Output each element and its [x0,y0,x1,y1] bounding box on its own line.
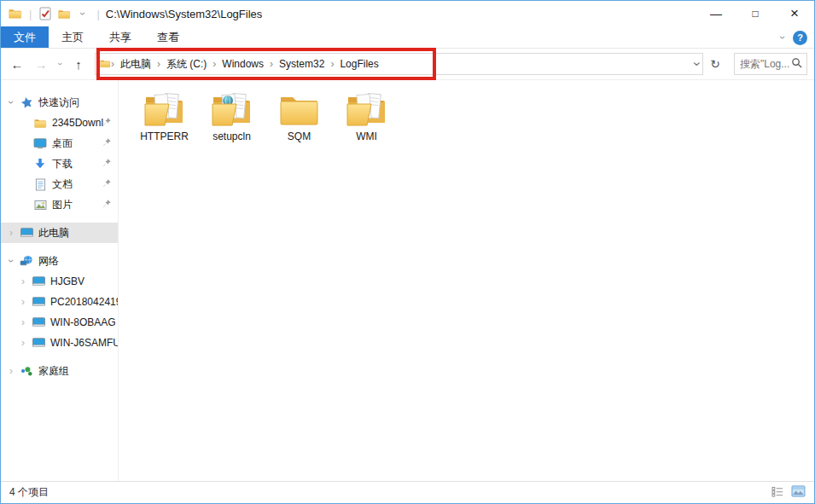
network-pc-icon [30,296,47,308]
file-list-area[interactable]: HTTPERR [119,80,814,481]
file-item-sqm[interactable]: SQM [265,90,333,142]
new-folder-icon[interactable] [55,3,73,24]
thumbnails-view-icon[interactable] [791,485,806,500]
file-item-wmi[interactable]: WMI [333,90,400,142]
sidebar-item-label: 下载 [52,157,73,171]
sidebar-item-label: 2345Downl [52,117,103,129]
homegroup-icon [18,365,35,377]
sidebar-item-pc2018042419[interactable]: › PC2018042419 [1,292,118,312]
sidebar-item-downloads[interactable]: 下载 [1,154,118,174]
window-controls: — □ × [696,1,814,26]
sidebar-item-network[interactable]: › 网络 [1,251,118,271]
desktop-monitor-icon [32,137,49,149]
sidebar-item-this-pc[interactable]: › 此电脑 [1,223,118,243]
help-icon[interactable]: ? [793,31,807,45]
network-pc-icon [30,337,47,349]
folder-icon [32,118,49,129]
maximize-button[interactable]: □ [736,1,775,26]
file-name: SQM [288,130,311,142]
address-toolbar: ← → › ↑ › 此电脑 › 系统 (C:) › Windows › Syst… [1,49,814,80]
file-name: setupcln [212,130,251,142]
forward-button[interactable]: → [30,53,52,75]
window-folder-icon [6,3,25,24]
window-title: C:\Windows\System32\LogFiles [106,8,263,20]
file-name: HTTPERR [140,130,189,142]
picture-icon [32,200,49,211]
back-button[interactable]: ← [6,53,28,75]
breadcrumb-logfiles[interactable]: LogFiles [334,58,384,70]
folder-with-log-documents-icon [212,90,253,128]
search-box [734,53,807,75]
chevron-right-icon[interactable]: › [4,228,18,238]
document-icon [32,178,49,191]
sidebar-item-quick-access[interactable]: › 快速访问 [1,92,118,113]
expand-ribbon-icon[interactable]: › [777,36,788,39]
chevron-down-icon[interactable]: › [6,96,16,109]
sidebar-item-homegroup[interactable]: › 家庭组 [1,361,118,381]
titlebar-separator: | [96,8,99,20]
item-count: 4 个项目 [9,485,49,500]
status-bar: 4 个项目 [1,481,814,503]
folder-empty-icon [279,90,320,128]
pin-icon[interactable] [102,158,112,171]
chevron-right-icon[interactable]: › [16,317,30,327]
sidebar-item-desktop[interactable]: 桌面 [1,133,118,154]
address-bar[interactable]: › 此电脑 › 系统 (C:) › Windows › System32 › L… [95,53,703,75]
address-dropdown-icon[interactable]: › [690,61,703,66]
tab-home[interactable]: 主页 [49,26,96,48]
up-button[interactable]: ↑ [67,53,90,75]
search-icon[interactable] [791,56,802,72]
address-folder-icon [100,56,111,72]
refresh-icon[interactable]: ↻ [705,53,725,75]
sidebar-item-label: 文档 [52,177,73,192]
tab-share[interactable]: 共享 [96,26,144,48]
ribbon-tab-bar: 文件 主页 共享 查看 › ? [1,26,814,49]
sidebar-item-label: 桌面 [52,136,73,151]
minimize-button[interactable]: — [696,1,736,26]
pin-icon[interactable] [102,199,112,211]
file-item-httperr[interactable]: HTTPERR [131,90,198,142]
sidebar-item-label: 图片 [52,198,73,212]
chevron-down-icon[interactable]: › [6,254,16,268]
sidebar-item-hjgbv[interactable]: › HJGBV [1,271,118,292]
tab-view[interactable]: 查看 [144,26,192,48]
pin-icon[interactable] [102,117,112,130]
network-globe-icon [18,255,35,267]
sidebar-item-label: WIN-8OBAAG [50,316,116,328]
titlebar-separator: | [29,8,32,20]
network-pc-icon [30,275,47,287]
explorer-window: | › | C:\Windows\System32\LogFiles — □ ×… [0,0,815,504]
tab-file[interactable]: 文件 [1,26,49,48]
folder-with-documents-icon [346,90,387,128]
sidebar-item-win-j6samfu[interactable]: › WIN-J6SAMFU [1,333,118,353]
chevron-right-icon[interactable]: › [16,276,30,287]
quick-access-star-icon [18,96,35,109]
sidebar-item-label: 此电脑 [38,226,69,240]
file-item-setupcln[interactable]: setupcln [198,90,265,142]
this-pc-icon [18,227,35,239]
sidebar-item-2345downl[interactable]: 2345Downl [1,113,118,133]
breadcrumb-system32[interactable]: System32 [273,58,330,70]
sidebar-item-label: 家庭组 [38,364,69,379]
properties-icon[interactable] [36,3,55,24]
pin-icon[interactable] [102,137,112,150]
breadcrumb-this-pc[interactable]: 此电脑 [114,57,157,72]
chevron-right-icon[interactable]: › [4,366,18,376]
file-name: WMI [356,130,377,142]
network-pc-icon [30,316,47,328]
pin-icon[interactable] [102,178,112,191]
search-input[interactable] [740,58,791,70]
quick-access-toolbar-dropdown-icon[interactable]: › [73,3,92,24]
sidebar-item-label: PC2018042419 [50,296,118,308]
details-view-icon[interactable] [771,486,784,500]
sidebar-item-label: 网络 [38,254,59,269]
recent-locations-dropdown-icon[interactable]: › [54,53,66,75]
chevron-right-icon[interactable]: › [16,338,30,348]
sidebar-item-win-8obaag[interactable]: › WIN-8OBAAG [1,312,118,333]
breadcrumb-drive-c[interactable]: 系统 (C:) [160,57,212,72]
close-button[interactable]: × [775,1,814,26]
sidebar-item-pictures[interactable]: 图片 [1,194,118,215]
chevron-right-icon[interactable]: › [16,297,30,307]
breadcrumb-windows[interactable]: Windows [216,58,270,70]
sidebar-item-documents[interactable]: 文档 [1,174,118,194]
